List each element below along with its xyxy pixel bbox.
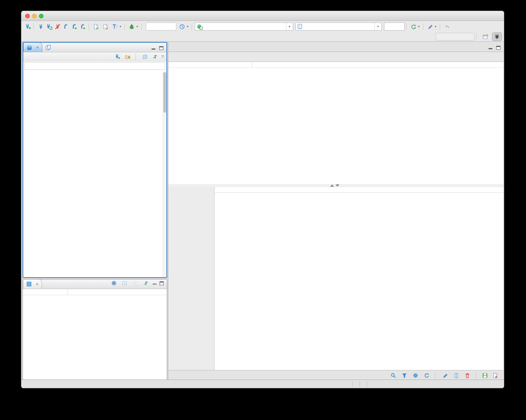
reconnect-button[interactable] bbox=[45, 23, 53, 31]
collapse-all-button[interactable] bbox=[141, 53, 149, 60]
search-icon[interactable] bbox=[389, 372, 397, 379]
editor-area bbox=[168, 42, 503, 380]
expand-all-button[interactable] bbox=[131, 279, 139, 287]
splitter-sash[interactable] bbox=[168, 184, 503, 187]
project-icon bbox=[27, 282, 31, 286]
project-table-header bbox=[23, 289, 167, 295]
undo-button[interactable] bbox=[443, 23, 451, 31]
save-button[interactable] bbox=[482, 373, 489, 378]
toolbar-separator bbox=[34, 23, 35, 30]
transaction-log-button[interactable]: ▼ bbox=[111, 23, 123, 31]
debug-button[interactable]: ▼ bbox=[127, 23, 140, 31]
dbeaver-window: ▼ ▼ ▼ ▼ ▼ ▼ ▼ bbox=[21, 11, 504, 388]
sql-format-pen-button[interactable]: ▼ bbox=[426, 23, 438, 31]
details-sidebar bbox=[168, 187, 215, 370]
close-tab-icon[interactable]: × bbox=[36, 45, 39, 50]
columns-config-icon[interactable] bbox=[452, 372, 460, 379]
minimize-view-button[interactable] bbox=[153, 281, 157, 285]
project-general-panel: × bbox=[23, 279, 167, 380]
open-perspective-button[interactable] bbox=[481, 32, 491, 41]
toolbar-separator bbox=[406, 23, 407, 30]
fetch-size-input[interactable] bbox=[384, 23, 405, 31]
view-menu-button[interactable]: ▽ bbox=[161, 55, 164, 58]
maximize-view-button[interactable] bbox=[160, 281, 164, 285]
toolbar-separator bbox=[141, 23, 142, 30]
dbeaver-perspective-button[interactable] bbox=[492, 32, 502, 41]
sql-editor-button[interactable] bbox=[62, 23, 70, 31]
delete-icon[interactable] bbox=[463, 372, 471, 379]
editor-subtab-strip bbox=[168, 52, 503, 62]
dropdown-caret: ▼ bbox=[186, 25, 189, 28]
tab-project-general[interactable]: × bbox=[23, 279, 42, 289]
toolbar-separator bbox=[435, 372, 436, 379]
dropdown-caret: ▼ bbox=[119, 25, 122, 28]
view-buttons bbox=[152, 46, 166, 52]
tab-database-navigator[interactable]: × bbox=[23, 42, 42, 52]
workspace: × ▽ bbox=[21, 42, 504, 380]
revert-button[interactable] bbox=[492, 373, 500, 378]
expand-up-icon[interactable] bbox=[330, 184, 334, 187]
minimize-view-button[interactable] bbox=[489, 46, 493, 50]
new-connection-folder-button[interactable] bbox=[124, 53, 132, 60]
toolbar-separator bbox=[124, 23, 126, 30]
filter-row bbox=[23, 61, 166, 71]
details-panel bbox=[168, 187, 503, 370]
secondary-toolbar bbox=[21, 32, 504, 42]
open-sql-script-button[interactable] bbox=[70, 23, 79, 31]
close-window-button[interactable] bbox=[25, 14, 30, 18]
schema-icon bbox=[298, 24, 302, 29]
commit-button[interactable] bbox=[92, 23, 101, 31]
rollback-button[interactable] bbox=[101, 23, 111, 31]
dropdown-caret: ▼ bbox=[136, 25, 139, 28]
expand-down-icon[interactable] bbox=[336, 184, 339, 187]
refresh-icon[interactable] bbox=[423, 372, 431, 379]
settings-gear-icon[interactable] bbox=[411, 372, 420, 379]
toolbar-separator bbox=[423, 23, 424, 30]
toolbar-separator bbox=[476, 33, 477, 40]
link-with-editor-button[interactable] bbox=[151, 53, 159, 60]
connection-select[interactable]: ▼ bbox=[195, 23, 293, 31]
table-filter-input[interactable] bbox=[24, 62, 165, 70]
project-settings-button[interactable] bbox=[110, 279, 118, 287]
new-connection-button[interactable] bbox=[24, 23, 32, 31]
transaction-mode-select[interactable] bbox=[146, 23, 176, 31]
collapse-all-button[interactable] bbox=[121, 279, 129, 287]
refresh-connection-button[interactable]: ▼ bbox=[409, 23, 421, 31]
close-tab-icon[interactable]: × bbox=[36, 282, 38, 286]
navigator-scrollbar[interactable] bbox=[163, 71, 166, 277]
status-cluster bbox=[349, 380, 368, 388]
tab-projects[interactable] bbox=[42, 42, 56, 52]
columns-table bbox=[215, 187, 503, 370]
scrollbar-thumb[interactable] bbox=[163, 72, 166, 113]
new-connection-button[interactable] bbox=[113, 53, 121, 60]
breadcrumb bbox=[500, 52, 503, 61]
maximize-view-button[interactable] bbox=[496, 46, 500, 50]
disconnect-button[interactable] bbox=[53, 23, 62, 31]
desktop: ▼ ▼ ▼ ▼ ▼ ▼ ▼ bbox=[0, 0, 526, 420]
properties-header bbox=[168, 62, 503, 68]
column-header-name[interactable] bbox=[23, 289, 68, 295]
new-sql-editor-button[interactable] bbox=[79, 23, 87, 31]
connect-button[interactable] bbox=[37, 23, 45, 31]
filter-icon[interactable] bbox=[400, 372, 408, 379]
minimize-window-button[interactable] bbox=[32, 14, 37, 18]
column-header-datasource[interactable] bbox=[68, 289, 70, 295]
properties-value-header[interactable] bbox=[252, 62, 254, 68]
title-bar bbox=[21, 11, 504, 21]
minimize-view-button[interactable] bbox=[152, 47, 156, 50]
schema-select[interactable]: ▼ bbox=[295, 23, 382, 31]
transaction-history-button[interactable]: ▼ bbox=[178, 23, 190, 31]
editor-tab-strip bbox=[168, 42, 503, 52]
properties-name-header[interactable] bbox=[168, 62, 252, 68]
project-tab-strip: × bbox=[23, 279, 167, 289]
quick-access-input[interactable] bbox=[436, 33, 474, 40]
zoom-window-button[interactable] bbox=[39, 14, 44, 18]
toolbar-separator bbox=[476, 372, 477, 379]
chevron-down-icon: ▼ bbox=[374, 23, 379, 30]
edit-pencil-icon[interactable] bbox=[441, 372, 449, 379]
link-with-editor-button[interactable] bbox=[142, 279, 150, 287]
maximize-view-button[interactable] bbox=[159, 46, 163, 50]
editor-view-buttons bbox=[489, 46, 503, 52]
database-navigator-panel: × ▽ bbox=[23, 42, 167, 278]
dropdown-caret: ▼ bbox=[434, 25, 437, 28]
